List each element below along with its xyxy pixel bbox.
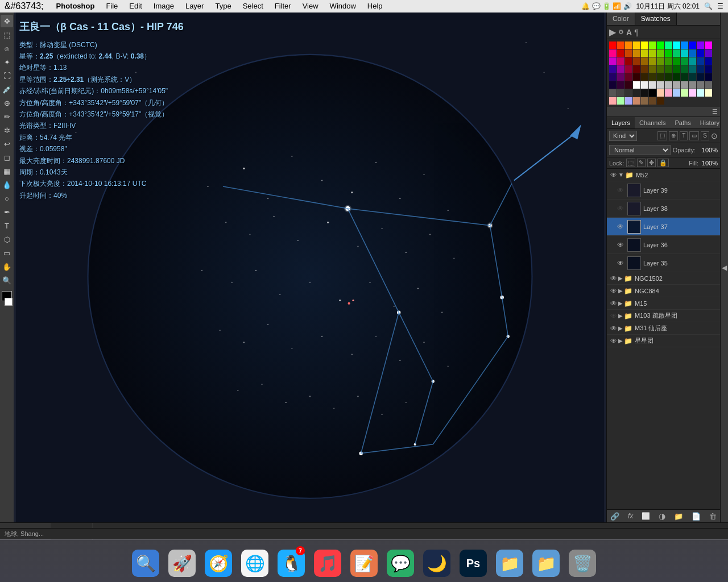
swatch[interactable]	[641, 81, 648, 89]
swatch[interactable]	[633, 97, 640, 105]
swatch[interactable]	[665, 73, 672, 81]
swatch[interactable]	[609, 49, 617, 57]
new-group-icon[interactable]: 📁	[674, 512, 683, 521]
dock-icon-sublime[interactable]: 📝	[348, 545, 380, 577]
layer-item-35[interactable]: 👁 Layer 35	[607, 254, 720, 272]
swatch[interactable]	[625, 89, 632, 97]
swatch[interactable]	[625, 49, 632, 57]
tab-history[interactable]: History	[696, 117, 720, 128]
control-icon[interactable]: ☰	[717, 2, 723, 10]
tool-text[interactable]: T	[1, 219, 13, 232]
swatch[interactable]	[673, 73, 680, 81]
tool-heal[interactable]: ⊕	[1, 97, 13, 109]
swatch[interactable]	[609, 89, 617, 97]
group-arrow-ngc884[interactable]: ▶	[618, 288, 623, 294]
layer-group-m103[interactable]: 👁 ▶ 📁 M103 疏散星团	[607, 310, 720, 322]
swatch[interactable]	[609, 97, 617, 105]
blend-mode-select[interactable]: Normal	[609, 145, 671, 155]
tool-path[interactable]: ⬡	[1, 233, 13, 246]
swatch[interactable]	[649, 89, 656, 97]
tool-shape[interactable]: ▭	[1, 247, 13, 259]
swatch[interactable]	[625, 65, 632, 73]
delete-layer-icon[interactable]: 🗑	[709, 512, 717, 521]
swatch[interactable]	[681, 49, 688, 57]
tool-lasso[interactable]: ⌾	[1, 42, 13, 55]
swatch[interactable]	[697, 49, 704, 57]
swatch[interactable]	[617, 41, 624, 49]
collapse-panel-button[interactable]: ◀	[720, 13, 728, 522]
swatch[interactable]	[673, 65, 680, 73]
swatch[interactable]	[689, 65, 696, 73]
layers-options-icon[interactable]: ☰	[712, 108, 718, 115]
star-map[interactable]: 王良一（β Cas - 11 Cas）- HIP 746 类型：脉动变星 (DS…	[14, 13, 606, 522]
swatch[interactable]	[657, 49, 664, 57]
lock-all-icon[interactable]: 🔒	[657, 159, 669, 167]
swatch[interactable]	[641, 73, 648, 81]
dock-icon-trash[interactable]: 🗑️	[566, 545, 598, 577]
dock-icon-photoshop[interactable]: Ps	[457, 545, 489, 577]
swatch[interactable]	[673, 81, 680, 89]
swatch[interactable]	[641, 49, 648, 57]
swatch[interactable]	[705, 41, 712, 49]
group-arrow-m31[interactable]: ▶	[618, 325, 623, 331]
dock-icon-itunes[interactable]: 🎵	[312, 545, 344, 577]
swatch[interactable]	[689, 57, 696, 65]
swatch[interactable]	[665, 81, 672, 89]
swatch[interactable]	[705, 73, 712, 81]
lock-position-icon[interactable]: ✎	[637, 159, 646, 167]
swatch[interactable]	[633, 49, 640, 57]
layer-group-m31[interactable]: 👁 ▶ 📁 M31 仙后座	[607, 322, 720, 335]
swatch[interactable]	[657, 65, 664, 73]
swatch[interactable]	[681, 65, 688, 73]
lock-pixel-icon[interactable]: ⬚	[626, 159, 635, 167]
swatch[interactable]	[665, 41, 672, 49]
kind-select[interactable]: Kind	[609, 131, 637, 141]
menu-select[interactable]: Select	[237, 0, 269, 13]
swatch[interactable]	[689, 81, 696, 89]
layer-item-37[interactable]: 👁 Layer 37	[607, 218, 720, 236]
swatch[interactable]	[617, 57, 624, 65]
menu-edit[interactable]: Edit	[123, 0, 147, 13]
opacity-value[interactable]: 100%	[698, 147, 718, 153]
background-color[interactable]	[5, 298, 13, 306]
tool-hand[interactable]: ✋	[1, 260, 13, 273]
tool-brush[interactable]: ✏	[1, 110, 13, 123]
menu-type[interactable]: Type	[209, 0, 237, 13]
swatch[interactable]	[649, 41, 656, 49]
filter-pixel[interactable]: ⬚	[657, 131, 667, 140]
swatch[interactable]	[665, 49, 672, 57]
filter-toggle[interactable]: ⊙	[711, 131, 718, 140]
dock-icon-wechat[interactable]: 💬	[384, 545, 416, 577]
link-icon[interactable]: 🔗	[610, 512, 619, 521]
layer-item-36[interactable]: 👁 Layer 36	[607, 236, 720, 254]
swatch[interactable]	[657, 41, 664, 49]
tool-eraser[interactable]: ◻	[1, 151, 13, 164]
swatch[interactable]	[617, 73, 624, 81]
search-icon[interactable]: 🔍	[704, 2, 713, 10]
swatch[interactable]	[657, 73, 664, 81]
apple-menu[interactable]: &#63743;	[5, 1, 44, 11]
swatch[interactable]	[681, 89, 688, 97]
swatch[interactable]	[625, 57, 632, 65]
tool-zoom[interactable]: 🔍	[1, 274, 13, 286]
eye-m31[interactable]: 👁	[609, 325, 618, 332]
swatch[interactable]	[649, 65, 656, 73]
group-expand-arrow[interactable]: ▼	[618, 172, 624, 178]
tool-magic-wand[interactable]: ✦	[1, 56, 13, 68]
layer-item-38[interactable]: 👁 Layer 38	[607, 199, 720, 218]
swatch[interactable]	[649, 49, 656, 57]
swatch[interactable]	[697, 81, 704, 89]
fx-icon[interactable]: fx	[628, 512, 633, 520]
swatch[interactable]	[641, 41, 648, 49]
swatch[interactable]	[633, 65, 640, 73]
tab-channels[interactable]: Channels	[635, 117, 670, 128]
swatch[interactable]	[697, 41, 704, 49]
swatch[interactable]	[697, 89, 704, 97]
tab-color[interactable]: Color	[607, 13, 635, 25]
layer-group-star-cluster[interactable]: 👁 ▶ 📁 星星团	[607, 335, 720, 347]
menu-layer[interactable]: Layer	[180, 0, 210, 13]
dock-icon-rocket[interactable]: 🚀	[166, 545, 198, 577]
new-layer-icon[interactable]: 📄	[692, 512, 701, 521]
menu-help[interactable]: Help	[362, 0, 388, 13]
swatch[interactable]	[697, 57, 704, 65]
